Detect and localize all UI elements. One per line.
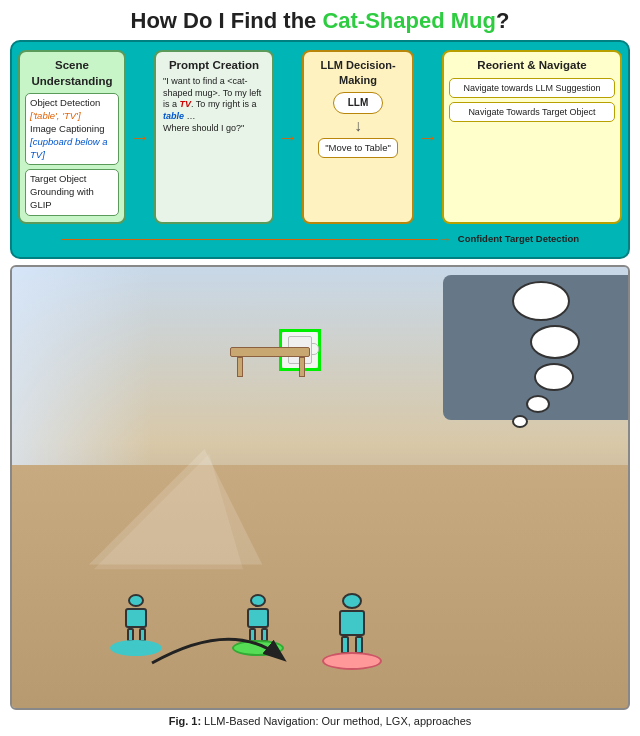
arrow-1: → xyxy=(130,50,150,224)
caption-text: LLM-Based Navigation: Our method, LGX, a… xyxy=(201,715,471,727)
object-detection-label: Object Detection xyxy=(30,97,114,110)
llm-result: "Move to Table" xyxy=(318,138,398,159)
object-detection-box: Object Detection ['table', 'TV'] Image C… xyxy=(25,93,119,165)
scene-box-title: Scene Understanding xyxy=(25,58,119,89)
llm-box-title: LLM Decision-Making xyxy=(309,58,407,88)
title-suffix: ? xyxy=(496,8,509,33)
navigate-box: Reorient & Navigate Navigate towards LLM… xyxy=(442,50,622,224)
object-detection-values: ['table', 'TV'] xyxy=(30,110,114,123)
grounding-box: Target Object Grounding with GLIP xyxy=(25,169,119,215)
page-container: How Do I Find the Cat-Shaped Mug? Scene … xyxy=(0,0,640,736)
arrow-2: → xyxy=(278,50,298,224)
llm-decision-box: LLM Decision-Making LLM ↓ "Move to Table… xyxy=(302,50,414,224)
nav-llm-suggestion: Navigate towards LLM Suggestion xyxy=(449,78,615,98)
confident-detection-text: Confident Target Detection xyxy=(458,233,579,244)
image-captioning-label: Image Captioning xyxy=(30,123,114,136)
nav-target-object: Navigate Towards Target Object xyxy=(449,102,615,122)
photo-container xyxy=(10,265,630,710)
scene-understanding-box: Scene Understanding Object Detection ['t… xyxy=(18,50,126,224)
nav-box-title: Reorient & Navigate xyxy=(449,58,615,74)
page-title: How Do I Find the Cat-Shaped Mug? xyxy=(10,8,630,34)
llm-label: LLM xyxy=(333,92,384,114)
title-prefix: How Do I Find the xyxy=(131,8,323,33)
svg-marker-1 xyxy=(94,454,243,570)
arrow-3: → xyxy=(418,50,438,224)
figure-caption: Fig. 1: LLM-Based Navigation: Our method… xyxy=(10,714,630,728)
prompt-text: "I want to find a <cat-shaped mug>. To m… xyxy=(161,76,267,134)
prompt-creation-box: Prompt Creation "I want to find a <cat-s… xyxy=(154,50,274,224)
confident-detection-arrow: ──────────────────────────────────────→ xyxy=(61,231,452,247)
llm-down-arrow: ↓ xyxy=(354,118,362,134)
confident-detection-label: ──────────────────────────────────────→ … xyxy=(18,231,622,247)
image-captioning-value: [cupboard below a TV] xyxy=(30,136,114,162)
prompt-box-title: Prompt Creation xyxy=(161,58,267,74)
title-highlight: Cat-Shaped Mug xyxy=(322,8,496,33)
light-beams xyxy=(12,267,628,708)
diagram-boxes-row: Scene Understanding Object Detection ['t… xyxy=(18,50,622,224)
fig-label: Fig. 1: xyxy=(169,715,201,727)
flow-diagram: Scene Understanding Object Detection ['t… xyxy=(10,40,630,259)
